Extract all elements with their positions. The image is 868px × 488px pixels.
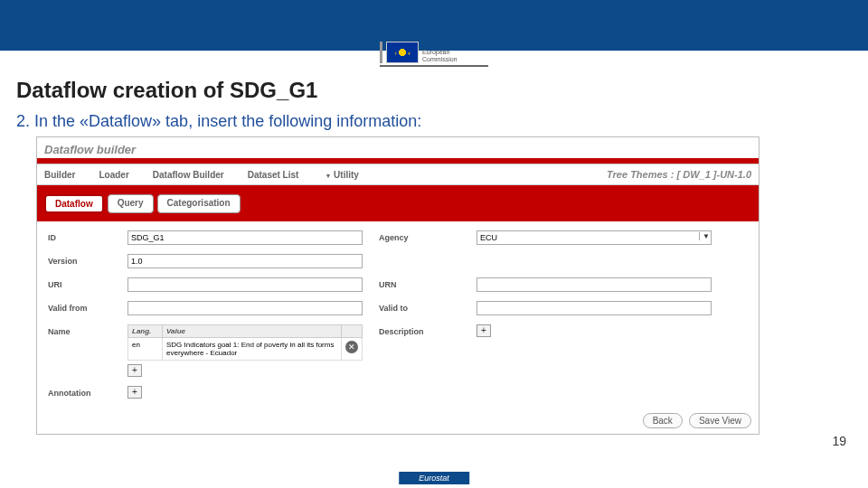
ec-logo: ★ ★ ★ European Commission [380, 42, 488, 67]
input-urn[interactable] [476, 277, 712, 292]
dropdown-arrow-icon: ▼ [699, 232, 710, 240]
top-nav: Builder Loader Dataflow Builder Dataset … [37, 164, 759, 185]
tab-dataflow[interactable]: Dataflow [44, 194, 104, 213]
tab-query-label: Query [118, 198, 144, 208]
chevron-down-icon: ▼ [325, 173, 331, 179]
tree-themes-label: Tree Themes : [ DW_1 ]-UN-1.0 [607, 169, 751, 180]
input-id[interactable] [127, 230, 363, 245]
label-urn: URN [379, 277, 460, 289]
add-annotation-button[interactable]: + [127, 386, 142, 399]
select-agency[interactable] [476, 230, 712, 245]
name-row: en SDG Indicators goal 1: End of poverty… [128, 338, 363, 361]
form-grid: ID Agency ▼ Version URI URN Valid from V… [37, 221, 759, 409]
ec-text-2: Commission [422, 56, 458, 63]
ec-text-1: European [422, 49, 458, 56]
label-validfrom: Valid from [48, 301, 111, 313]
back-button[interactable]: Back [643, 413, 683, 428]
input-version[interactable] [127, 254, 363, 268]
dataflow-builder-panel: Dataflow builder Builder Loader Dataflow… [36, 136, 760, 435]
nav-loader[interactable]: Loader [99, 170, 128, 180]
label-version: Version [48, 254, 111, 266]
label-uri: URI [48, 277, 111, 289]
back-button-label: Back [653, 416, 673, 426]
tab-categorisation-label: Categorisation [167, 198, 231, 208]
footer-eurostat: Eurostat [399, 472, 469, 484]
save-view-button[interactable]: Save View [689, 413, 751, 428]
add-name-button[interactable]: + [127, 364, 142, 377]
label-id: ID [48, 230, 111, 242]
name-row-lang: en [128, 338, 163, 361]
nav-dataflow-builder[interactable]: Dataflow Builder [153, 170, 224, 180]
save-view-label: Save View [699, 416, 741, 426]
input-validto[interactable] [476, 301, 712, 315]
tab-categorisation[interactable]: Categorisation [157, 194, 241, 213]
label-agency: Agency [379, 230, 460, 242]
label-name: Name [48, 324, 111, 336]
nav-dataset-list[interactable]: Dataset List [248, 170, 299, 180]
label-description: Description [379, 324, 460, 336]
eu-flag-icon: ★ ★ ★ [386, 42, 419, 63]
label-validto: Valid to [379, 301, 460, 313]
name-row-value: SDG Indicators goal 1: End of poverty in… [163, 338, 342, 361]
tab-query[interactable]: Query [108, 194, 154, 213]
nav-loader-label: Loader [99, 170, 128, 180]
subtab-bar: Dataflow Query Categorisation [37, 185, 759, 221]
nav-builder-label: Builder [44, 170, 75, 180]
name-col-value: Value [163, 325, 342, 338]
delete-name-icon[interactable]: ✕ [345, 341, 358, 353]
add-description-button[interactable]: + [476, 324, 491, 337]
ec-underline [380, 65, 488, 67]
panel-title: Dataflow builder [37, 137, 759, 158]
nav-utility[interactable]: ▼ Utility [322, 170, 359, 180]
input-uri[interactable] [127, 277, 363, 292]
tab-dataflow-label: Dataflow [55, 199, 93, 209]
nav-dslist-label: Dataset List [248, 170, 299, 180]
input-validfrom[interactable] [127, 301, 363, 315]
panel-footer-buttons: Back Save View [37, 409, 759, 434]
label-annotation: Annotation [48, 386, 111, 398]
name-col-lang: Lang. [128, 325, 163, 338]
nav-utility-label: Utility [334, 170, 359, 180]
slide-header: ★ ★ ★ European Commission [0, 0, 868, 51]
page-number: 19 [832, 434, 846, 448]
nav-dfbuilder-label: Dataflow Builder [153, 170, 224, 180]
slide-step-text: 2. In the «Dataflow» tab, insert the fol… [0, 107, 868, 136]
nav-builder[interactable]: Builder [44, 170, 75, 180]
name-table: Lang. Value en SDG Indicators goal 1: En… [127, 324, 363, 361]
